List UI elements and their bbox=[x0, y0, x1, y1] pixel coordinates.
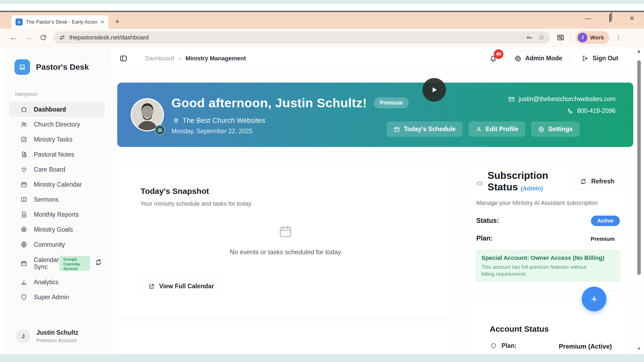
snapshot-title: Today's Snapshot bbox=[141, 187, 209, 196]
sidebar-item-church-directory[interactable]: Church Directory bbox=[9, 117, 104, 132]
video-play-button[interactable] bbox=[422, 78, 446, 102]
account-plan-label: Plan: bbox=[502, 342, 517, 349]
forward-icon[interactable]: → bbox=[25, 33, 32, 42]
globe-icon bbox=[20, 241, 28, 248]
scrollbar-thumb[interactable] bbox=[637, 60, 641, 275]
report-icon bbox=[20, 211, 28, 218]
user-name: Justin Schultz bbox=[36, 329, 78, 336]
desktop-strip-top bbox=[0, 0, 644, 4]
todays-schedule-button[interactable]: Today's Schedule bbox=[387, 121, 463, 137]
plan-value-badge: Premium bbox=[586, 233, 620, 245]
target-icon bbox=[20, 226, 28, 233]
view-full-calendar-button[interactable]: View Full Calendar bbox=[141, 278, 222, 295]
reload-icon[interactable] bbox=[40, 34, 47, 41]
back-icon[interactable]: ← bbox=[10, 33, 17, 42]
window-close-icon[interactable]: × bbox=[627, 14, 636, 23]
new-tab-icon[interactable]: + bbox=[115, 17, 120, 26]
app-viewport: Pastor's Desk Navigation Dashboard Churc… bbox=[0, 46, 644, 353]
refresh-button[interactable]: Refresh bbox=[573, 174, 621, 189]
browser-profile-chip[interactable]: J Work bbox=[576, 31, 609, 44]
premium-badge: Premium bbox=[374, 97, 409, 108]
notice-body: This account has full premium features w… bbox=[481, 264, 599, 277]
snapshot-empty-message: No events or tasks scheduled for today bbox=[118, 248, 453, 256]
sidebar-item-ministry-tasks[interactable]: Ministry Tasks bbox=[9, 132, 104, 147]
sidebar-item-community[interactable]: Community bbox=[9, 237, 104, 252]
password-key-icon[interactable] bbox=[526, 34, 533, 41]
sidebar-item-analytics[interactable]: Analytics bbox=[9, 275, 104, 290]
sign-out-button[interactable]: Sign Out bbox=[582, 55, 618, 62]
heart-icon bbox=[20, 166, 28, 173]
window-restore-icon[interactable] bbox=[605, 14, 614, 22]
breadcrumb: Dashboard › Ministry Management bbox=[145, 55, 246, 62]
user-avatar: J bbox=[16, 329, 30, 343]
lower-content-card bbox=[117, 327, 453, 353]
site-settings-icon[interactable] bbox=[59, 34, 65, 41]
scroll-up-icon[interactable]: ▲ bbox=[636, 49, 642, 54]
sidebar-item-pastoral-notes[interactable]: Pastoral Notes bbox=[9, 147, 104, 162]
sidebar-item-sermons[interactable]: Sermons bbox=[9, 192, 104, 207]
organization-name: The Best Church Websites bbox=[182, 116, 265, 125]
shield-icon bbox=[490, 343, 497, 349]
phone-row: 800-419-2096 bbox=[567, 107, 616, 114]
notifications-bell[interactable]: 40 bbox=[489, 54, 497, 63]
bookmark-star-icon[interactable]: ☆ bbox=[539, 33, 545, 42]
pastors-desk-favicon bbox=[16, 19, 23, 25]
special-account-notice: Special Account: Owner Access (No Billin… bbox=[476, 250, 620, 282]
url-bar[interactable]: thepastorsdesk.net/dashboard ☆ bbox=[54, 31, 550, 44]
scroll-down-icon[interactable]: ▼ bbox=[636, 346, 642, 352]
sidebar-toggle-icon[interactable] bbox=[119, 54, 127, 62]
breadcrumb-separator: › bbox=[179, 55, 181, 61]
breadcrumb-dashboard[interactable]: Dashboard bbox=[145, 55, 174, 62]
notice-title: Special Account: Owner Access (No Billin… bbox=[481, 254, 615, 261]
sidebar-item-super-admin[interactable]: Super Admin bbox=[9, 290, 104, 305]
note-icon bbox=[20, 151, 28, 158]
user-plan: Premium Account bbox=[36, 338, 78, 343]
app-header: Dashboard › Ministry Management 40 Admin… bbox=[110, 46, 644, 71]
sync-refresh-icon[interactable] bbox=[95, 258, 102, 266]
browser-toolbar: ← → thepastorsdesk.net/dashboard ☆ bbox=[0, 29, 644, 46]
browser-menu-icon[interactable]: ⋮ bbox=[615, 33, 622, 42]
todays-snapshot-card: Today's Snapshot Your ministry schedule … bbox=[117, 162, 453, 319]
edit-profile-button[interactable]: Edit Profile bbox=[469, 121, 525, 137]
settings-button[interactable]: Settings bbox=[531, 121, 580, 137]
screen: The Pastor's Desk - Early Acces × + — × … bbox=[0, 0, 644, 362]
calendar-icon bbox=[20, 260, 28, 267]
breadcrumb-current: Ministry Management bbox=[185, 55, 246, 62]
profile-label: Work bbox=[590, 34, 604, 41]
side-panel-search-icon[interactable] bbox=[557, 34, 565, 42]
sidebar-item-monthly-reports[interactable]: Monthly Reports bbox=[9, 207, 104, 222]
admin-mode-button[interactable]: Admin Mode bbox=[507, 51, 569, 66]
sidebar-item-ministry-goals[interactable]: Ministry Goals bbox=[9, 222, 104, 237]
sidebar-user[interactable]: J Justin Schultz Premium Account bbox=[4, 322, 110, 346]
open-book-icon bbox=[20, 196, 28, 203]
plan-label: Plan: bbox=[476, 234, 493, 242]
url-text[interactable]: thepastorsdesk.net/dashboard bbox=[69, 34, 522, 41]
add-floating-button[interactable]: + bbox=[582, 287, 606, 311]
browser-tab[interactable]: The Pastor's Desk - Early Acces × bbox=[11, 15, 108, 29]
email-value[interactable]: justin@thebestchurchwebsites.com bbox=[519, 95, 616, 103]
sidebar-item-calendar-sync[interactable]: Calendar Sync Google Calendar Synced bbox=[9, 252, 104, 275]
main-area: Dashboard › Ministry Management 40 Admin… bbox=[110, 46, 644, 353]
snapshot-subtitle: Your ministry schedule and tasks for tod… bbox=[141, 200, 251, 207]
window-minimize-icon[interactable]: — bbox=[583, 14, 592, 22]
sidebar-item-care-board[interactable]: Care Board bbox=[9, 162, 104, 177]
tab-title: The Pastor's Desk - Early Acces bbox=[26, 19, 97, 25]
sidebar-item-dashboard[interactable]: Dashboard bbox=[9, 102, 104, 117]
profile-avatar: J bbox=[578, 33, 587, 42]
phone-value[interactable]: 800-419-2096 bbox=[577, 107, 616, 114]
camera-icon[interactable] bbox=[155, 125, 165, 135]
account-plan-row: Plan: bbox=[490, 342, 517, 349]
page-scrollbar[interactable]: ▲ ▼ bbox=[636, 49, 642, 352]
desktop-strip-bottom bbox=[0, 354, 644, 362]
home-icon bbox=[20, 106, 28, 113]
tab-close-icon[interactable]: × bbox=[101, 19, 104, 25]
subscription-status-card: Subscription Status (Admin) Refresh Mana… bbox=[467, 162, 629, 290]
email-row: justin@thebestchurchwebsites.com bbox=[508, 95, 616, 103]
sidebar-item-ministry-calendar[interactable]: Ministry Calendar bbox=[9, 177, 104, 192]
google-calendar-synced-badge: Google Calendar Synced bbox=[59, 256, 90, 271]
app-name: Pastor's Desk bbox=[36, 62, 89, 72]
crown-icon bbox=[476, 179, 484, 187]
status-label: Status: bbox=[476, 217, 499, 224]
app-logo-row[interactable]: Pastor's Desk bbox=[4, 46, 110, 75]
account-plan-value: Premium (Active) bbox=[559, 343, 612, 350]
